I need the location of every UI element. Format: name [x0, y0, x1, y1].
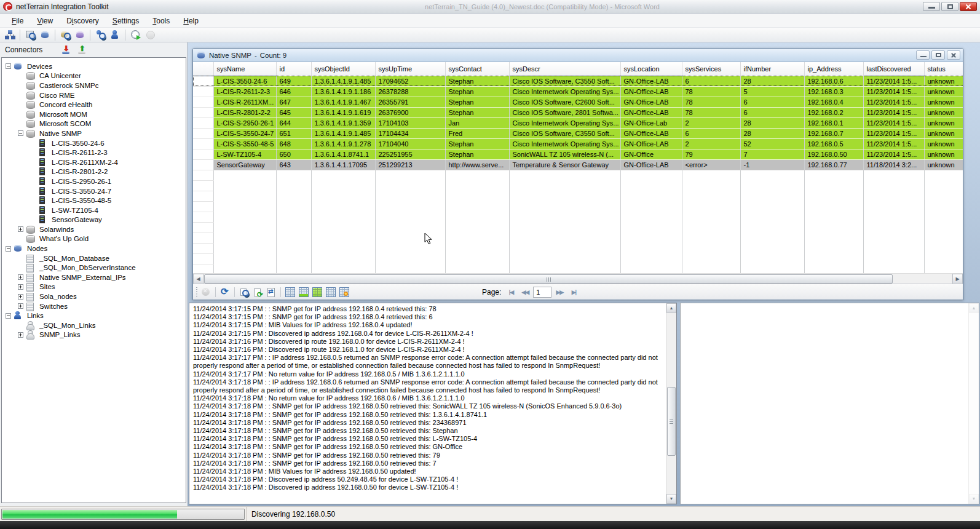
column-header-sysobjectid[interactable]: sysObjectId [311, 62, 375, 76]
restore-button[interactable] [941, 2, 958, 11]
column-header-sysdescr[interactable]: sysDescr [509, 62, 620, 76]
reload-mappings-button[interactable] [251, 286, 264, 298]
tree-item-l-sw-tz105-4[interactable]: L-SW-TZ105-4 [2, 205, 186, 215]
search-database-button[interactable] [58, 28, 73, 42]
database-sync-button[interactable] [38, 28, 52, 42]
column-header-sysuptime[interactable]: sysUpTime [375, 62, 445, 76]
tree-item-ca-unicenter[interactable]: CA Unicenter [2, 71, 186, 81]
tree-item-l-cis-r-2801-2-2[interactable]: L-CIS-R-2801-2-2 [2, 167, 186, 177]
tree-item-sql-mon-database[interactable]: _SQL_Mon_Database [2, 253, 186, 263]
scroll-right-arrow-icon[interactable]: ▶ [952, 274, 963, 284]
table-row[interactable]: L-CIS-S-3550-48-56481.3.6.1.4.1.9.1.2781… [193, 138, 963, 149]
database-button[interactable] [73, 28, 87, 42]
grid-rows-green-button[interactable] [297, 286, 310, 298]
horizontal-scroll-thumb[interactable] [204, 274, 893, 284]
export-connector-icon[interactable] [77, 44, 88, 55]
expander-plus-icon[interactable] [18, 274, 23, 280]
last-page-button[interactable]: ▶| [567, 287, 580, 298]
menu-view[interactable]: View [30, 14, 60, 28]
tree-item-native-snmp[interactable]: Native SNMP [2, 129, 186, 138]
search-computer-button[interactable] [23, 28, 38, 42]
expander-minus-icon[interactable] [18, 130, 23, 136]
tree-item-sensorgateway[interactable]: SensorGateway [2, 215, 186, 225]
column-header-syslocation[interactable]: sysLocation [620, 62, 682, 76]
user-button[interactable] [108, 28, 122, 42]
column-header-id[interactable]: id [276, 62, 311, 76]
page-number-input[interactable] [533, 287, 551, 298]
export-button[interactable] [264, 286, 278, 298]
tree-item-l-cis-r-2611xm-2-4[interactable]: L-CIS-R-2611XM-2-4 [2, 157, 186, 167]
scroll-down-arrow-icon[interactable]: ▼ [666, 494, 676, 504]
column-header-status[interactable]: status [924, 62, 963, 76]
grid-settings-button[interactable] [338, 286, 351, 298]
connectors-tree[interactable]: DevicesCA UnicenterCastlerock SNMPcCisco… [1, 57, 186, 503]
tree-item-l-cis-s-3550-24-7[interactable]: L-CIS-S-3550-24-7 [2, 186, 186, 196]
tree-item-l-cis-r-2611-2-3[interactable]: L-CIS-R-2611-2-3 [2, 148, 186, 157]
scroll-down-arrow-icon[interactable]: ▼ [969, 494, 979, 504]
native-snmp-window-titlebar[interactable]: Native SNMP - Count: 9 [193, 49, 963, 62]
column-header-ip-address[interactable]: ip_Address [804, 62, 863, 76]
import-connector-icon[interactable] [61, 44, 72, 55]
tree-item-microsoft-scom[interactable]: Microsoft SCOM [2, 119, 186, 129]
tree-item-nodes[interactable]: Nodes [2, 244, 186, 253]
table-row[interactable]: SensorGateway6431.3.6.1.4.1.170952512992… [193, 159, 963, 170]
menu-file[interactable]: File [5, 14, 30, 28]
column-header-ifnumber[interactable]: ifNumber [740, 62, 804, 76]
table-row[interactable]: L-SW-TZ105-46501.3.6.1.4.1.8741.12252519… [193, 149, 963, 159]
table-row[interactable]: L-CIS-R-2611-2-36461.3.6.1.4.1.9.1.18626… [193, 86, 963, 97]
table-row[interactable]: L-CIS-3550-24-66491.3.6.1.4.1.9.1.485170… [193, 76, 963, 86]
tree-item-solarwinds[interactable]: Solarwinds [2, 225, 186, 234]
tree-item-cisco-rme[interactable]: Cisco RME [2, 90, 186, 100]
titlebar[interactable]: netTerrain Integration Toolkit netTerrai… [0, 0, 980, 14]
column-header-sysservices[interactable]: sysServices [682, 62, 740, 76]
user-search-button[interactable] [93, 28, 108, 42]
column-header-lastdiscovered[interactable]: lastDiscovered [863, 62, 924, 76]
tree-item-what-s-up-gold[interactable]: What's Up Gold [2, 234, 186, 244]
close-button[interactable] [960, 2, 977, 11]
expander-minus-icon[interactable] [6, 63, 11, 69]
minimize-button[interactable] [923, 2, 940, 11]
grid-filled-green-button[interactable] [310, 286, 324, 298]
tree-item-sites[interactable]: Sites [2, 282, 186, 292]
scroll-up-arrow-icon[interactable]: ▲ [666, 303, 676, 313]
expander-plus-icon[interactable] [18, 332, 23, 338]
menu-help[interactable]: Help [176, 14, 205, 28]
vertical-scroll-thumb[interactable] [667, 387, 676, 456]
log-panel[interactable]: 11/24/2014 3:17:15 PM : : SNMP get for I… [189, 303, 677, 504]
toolbar-grip[interactable] [196, 287, 197, 297]
expander-minus-icon[interactable] [6, 246, 11, 252]
preview-button[interactable] [237, 286, 251, 298]
column-header-sysname[interactable]: sysName [213, 62, 276, 76]
grid-horizontal-scrollbar[interactable]: ◀ ▶ [193, 273, 963, 284]
inner-minimize-button[interactable] [916, 50, 930, 60]
first-page-button[interactable]: |◀ [505, 287, 517, 298]
tree-item-microsoft-mom[interactable]: Microsoft MOM [2, 109, 186, 119]
scroll-left-arrow-icon[interactable]: ◀ [193, 274, 204, 284]
log-vertical-scrollbar[interactable]: ▲ ▼ [666, 303, 676, 504]
expander-plus-icon[interactable] [18, 303, 23, 309]
tree-item-castlerock-snmpc[interactable]: Castlerock SNMPc [2, 81, 186, 90]
scroll-up-arrow-icon[interactable]: ▲ [969, 303, 979, 313]
network-map-button[interactable] [2, 28, 17, 42]
previous-page-button[interactable]: ◀◀ [519, 287, 531, 298]
expander-plus-icon[interactable] [18, 294, 23, 300]
table-row[interactable]: L-CIS-R-2801-2-26451.3.6.1.4.1.9.1.61926… [193, 107, 963, 117]
tree-item-sola-nodes[interactable]: Sola_nodes [2, 292, 186, 301]
tree-item-native-snmp-external-ips[interactable]: Native SNMP_External_IPs [2, 272, 186, 282]
expander-minus-icon[interactable] [6, 313, 11, 319]
menu-discovery[interactable]: Discovery [60, 14, 106, 28]
refresh-button[interactable] [218, 286, 232, 298]
menu-settings[interactable]: Settings [106, 14, 146, 28]
tree-item-sql-mon-dbserverinstance[interactable]: _SQL_Mon_DbServerInstance [2, 263, 186, 272]
tree-item-l-cis-s-2950-26-1[interactable]: L-CIS-S-2950-26-1 [2, 177, 186, 186]
expander-plus-icon[interactable] [18, 284, 23, 290]
column-header-syscontact[interactable]: sysContact [445, 62, 509, 76]
inner-close-button[interactable] [947, 50, 960, 60]
tree-item-links[interactable]: Links [2, 311, 186, 320]
run-scheduler-button[interactable] [128, 28, 143, 42]
expander-plus-icon[interactable] [18, 226, 23, 232]
tree-item-l-cis-3550-24-6[interactable]: L-CIS-3550-24-6 [2, 138, 186, 148]
grid-plain-button[interactable] [324, 286, 338, 298]
inner-restore-button[interactable] [931, 50, 945, 60]
table-row[interactable]: L-CIS-S-3550-24-76511.3.6.1.4.1.9.1.4851… [193, 128, 963, 138]
